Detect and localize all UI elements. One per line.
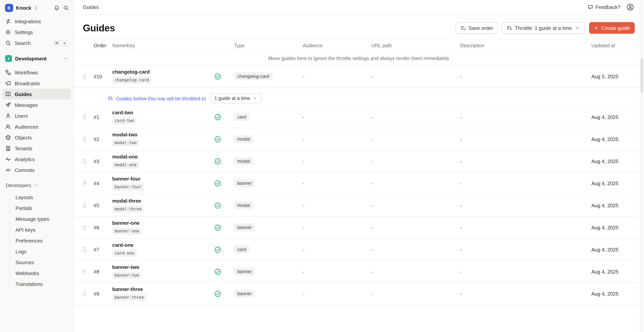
guide-url-path: - — [372, 158, 460, 164]
column-header-updated-at: Updated at — [591, 43, 635, 48]
throttle-dropdown[interactable]: Throttle: 1 guide at a time — [502, 22, 585, 34]
sidebar-item-tenants[interactable]: Tenants — [2, 143, 71, 154]
sidebar: K Knock IntegrationsSettingsSearch⌘K Dev… — [0, 0, 74, 332]
sidebar-item-label: Tenants — [15, 145, 32, 151]
guides-table: Order Name/Key Type Audience URL path De… — [74, 40, 644, 305]
guide-row[interactable]: #8banner-twobanner-twobanner---Aug 4, 20… — [74, 261, 644, 283]
guide-updated-at: Aug 4, 2025 — [591, 291, 635, 296]
sidebar-item-objects[interactable]: Objects — [2, 132, 71, 143]
guide-url-path: - — [372, 224, 460, 230]
save-order-button[interactable]: Save order — [455, 22, 498, 34]
guide-row[interactable]: #9banner-threebanner-threebanner---Aug 4… — [74, 283, 644, 305]
drag-handle-icon[interactable] — [83, 202, 86, 208]
drag-handle-icon[interactable] — [83, 180, 86, 186]
workspace-switcher-icon[interactable] — [34, 6, 38, 11]
breadcrumb: Guides — [83, 4, 99, 10]
sidebar-item-webhooks[interactable]: Webhooks — [10, 268, 73, 278]
drag-handle-icon[interactable] — [83, 291, 86, 296]
sidebar-item-preferences[interactable]: Preferences — [10, 235, 73, 246]
guide-row[interactable]: #4banner-fourbanner-fourbanner---Aug 4, … — [74, 172, 644, 194]
knock-logo: K — [5, 4, 13, 12]
guide-key-badge: banner-four — [112, 184, 144, 190]
sidebar-item-logs[interactable]: Logs — [10, 246, 73, 257]
sidebar-item-label: Preferences — [16, 238, 42, 243]
guide-name: modal-three — [112, 198, 141, 204]
drag-handle-icon[interactable] — [83, 114, 86, 120]
guide-row[interactable]: #2modal-twomodal-twomodal---Aug 4, 2025 — [74, 128, 644, 150]
sidebar-item-label: Objects — [15, 135, 32, 140]
check-circle-icon — [214, 268, 221, 275]
drag-handle-icon[interactable] — [83, 136, 86, 142]
sidebar-item-integrations[interactable]: Integrations — [2, 16, 71, 27]
guide-updated-at: Aug 4, 2025 — [591, 224, 635, 230]
guide-row[interactable]: #5modal-threemodal-threemodal---Aug 4, 2… — [74, 194, 644, 217]
sidebar-item-analytics[interactable]: Analytics — [2, 154, 71, 165]
environment-switcher[interactable]: Development — [2, 53, 71, 64]
sidebar-item-partials[interactable]: Partials — [10, 203, 73, 213]
sidebar-item-label: Webhooks — [16, 270, 39, 276]
shortcut-keys: ⌘K — [54, 40, 68, 46]
sidebar-item-users[interactable]: Users — [2, 110, 71, 121]
create-guide-button[interactable]: Create guide — [589, 22, 635, 34]
check-circle-icon — [214, 114, 221, 120]
guide-name: modal-two — [112, 132, 138, 138]
analytics-icon — [5, 156, 11, 162]
column-header-audience: Audience — [303, 43, 372, 48]
sidebar-item-label: Translations — [16, 281, 43, 287]
sidebar-item-label: Logs — [16, 248, 26, 254]
main-area: Guides Feedback? Guides Save order Throt… — [74, 0, 644, 332]
guide-audience: - — [303, 180, 372, 186]
sidebar-item-messages[interactable]: Messages — [2, 100, 71, 110]
feedback-icon — [587, 4, 593, 10]
guide-url-path: - — [372, 247, 460, 252]
chevron-down-icon — [34, 183, 38, 187]
guide-name: banner-three — [112, 286, 143, 292]
guide-key-badge: card-two — [112, 117, 136, 124]
sidebar-item-label: Workflows — [15, 70, 38, 75]
guide-row[interactable]: #3modal-onemodal-onemodal---Aug 4, 2025 — [74, 150, 644, 172]
sidebar-item-layouts[interactable]: Layouts — [10, 192, 73, 203]
sidebar-item-label: Commits — [15, 167, 35, 173]
sidebar-item-audiences[interactable]: Audiences — [2, 121, 71, 132]
drag-handle-icon[interactable] — [83, 269, 86, 274]
guide-url-path: - — [372, 180, 460, 186]
sidebar-item-settings[interactable]: Settings — [2, 27, 71, 38]
sidebar-item-search[interactable]: Search⌘K — [2, 38, 71, 49]
sidebar-item-label: Guides — [15, 91, 32, 97]
drag-handle-icon[interactable] — [83, 224, 86, 230]
guide-order: #7 — [91, 247, 108, 252]
sidebar-item-guides[interactable]: Guides — [2, 89, 71, 100]
feedback-button[interactable]: Feedback? — [587, 4, 620, 10]
user-avatar[interactable] — [626, 4, 634, 11]
scrollbar[interactable] — [640, 0, 644, 332]
sidebar-item-broadcasts[interactable]: Broadcasts — [2, 78, 71, 89]
drag-handle-icon[interactable] — [83, 158, 86, 164]
guide-key-badge: banner-two — [112, 272, 141, 279]
guide-row[interactable]: #6banner-onebanner-onebanner---Aug 4, 20… — [74, 217, 644, 239]
app-root: K Knock IntegrationsSettingsSearch⌘K Dev… — [0, 0, 644, 332]
scrollbar-thumb[interactable] — [640, 58, 643, 93]
objects-icon — [5, 134, 11, 141]
guide-row[interactable]: #7card-onecard-onecard---Aug 4, 2025 — [74, 239, 644, 261]
throttle-amount-select[interactable]: 1 guide at a time — [210, 93, 262, 103]
developers-section-toggle[interactable]: Developers — [2, 180, 71, 190]
sidebar-item-commits[interactable]: Commits — [2, 165, 71, 175]
guide-row[interactable]: #1card-twocard-twocard---Aug 4, 2025 — [74, 106, 644, 128]
sidebar-item-api-keys[interactable]: API keys — [10, 224, 73, 235]
search-icon[interactable] — [63, 5, 69, 11]
bell-icon[interactable] — [54, 5, 60, 11]
drag-handle-icon[interactable] — [83, 247, 86, 252]
sidebar-item-translations[interactable]: Translations — [10, 278, 73, 289]
guide-order: #2 — [91, 136, 108, 142]
guide-url-path: - — [372, 202, 460, 208]
sidebar-item-message-types[interactable]: Message types — [10, 213, 73, 224]
guide-row[interactable]: #10changelog-cardchangelog-cardchangelog… — [74, 66, 644, 88]
sidebar-item-sources[interactable]: Sources — [10, 257, 73, 268]
workspace-name: Knock — [16, 5, 31, 11]
column-header-type: Type — [234, 43, 303, 48]
drag-handle-icon[interactable] — [83, 73, 86, 79]
throttle-divider-link[interactable]: Guides below this row will be throttled … — [116, 96, 206, 101]
guide-order: #5 — [91, 202, 108, 208]
sidebar-item-workflows[interactable]: Workflows — [2, 67, 71, 78]
sidebar-item-label: Search — [15, 40, 30, 46]
